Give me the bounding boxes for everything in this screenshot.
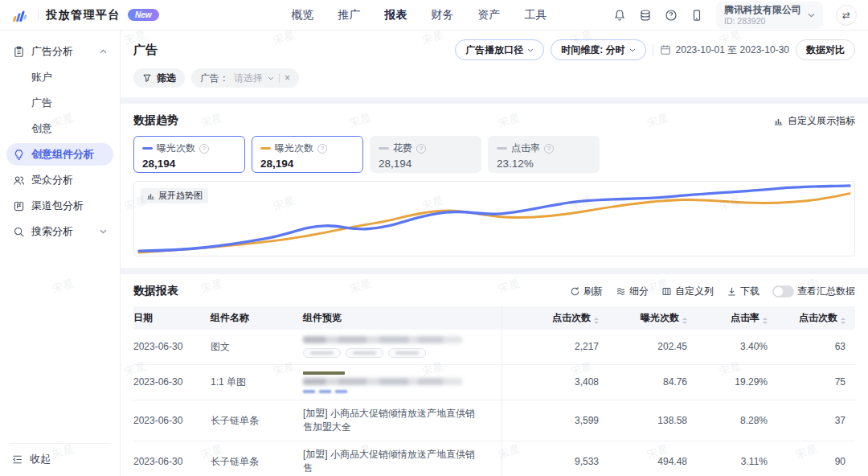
sidebar-item-label: 广告分析 — [31, 44, 73, 59]
nav-promotion[interactable]: 推广 — [338, 8, 361, 23]
remove-filter-icon[interactable]: × — [285, 72, 290, 84]
sort-icon[interactable] — [841, 318, 845, 324]
cell-component-name: 长子链单条 — [211, 400, 303, 441]
col-ctr[interactable]: 点击率 — [687, 306, 768, 330]
brand: 投放管理平台 New — [11, 8, 159, 23]
filter-icon — [142, 73, 152, 83]
sort-icon[interactable] — [763, 318, 768, 324]
download-icon — [727, 286, 737, 297]
data-compare-button[interactable]: 数据对比 — [796, 39, 855, 60]
sidebar-item-creative-component[interactable]: 创意组件分析 — [6, 143, 113, 166]
nav-assets[interactable]: 资产 — [478, 8, 501, 23]
filter-button[interactable]: 筛选 — [133, 68, 185, 88]
metric-cards: 曝光次数 ? 28,194 曝光次数 ? 28,194 — [133, 136, 855, 173]
sidebar-item-label: 创意组件分析 — [31, 147, 94, 162]
sidebar-item-search-analysis[interactable]: 搜索分析 — [6, 220, 113, 243]
database-icon[interactable] — [639, 9, 652, 22]
play-caliber-dropdown[interactable]: 广告播放口径 — [455, 39, 544, 60]
cell-exposure: 138.58 — [599, 400, 687, 441]
time-dimension-dropdown[interactable]: 时间维度: 分时 — [551, 39, 645, 60]
cell-exposure: 202.45 — [599, 330, 687, 365]
info-icon[interactable]: ? — [416, 144, 426, 154]
metric-value: 23.12% — [497, 158, 591, 170]
mobile-icon[interactable] — [690, 9, 703, 22]
sidebar-item-ad[interactable]: 广告 — [6, 92, 113, 114]
metric-card-cost[interactable]: 花费 ? 28,194 — [370, 136, 481, 173]
nav-finance[interactable]: 财务 — [432, 8, 454, 23]
cell-component-preview — [303, 365, 502, 400]
report-title: 数据报表 — [133, 284, 178, 298]
collapse-sidebar-button[interactable]: 收起 — [10, 443, 110, 476]
cell-clicks: 3,599 — [502, 400, 599, 441]
series-line-orange — [139, 194, 850, 252]
nav-overview[interactable]: 概览 — [292, 8, 314, 23]
info-icon[interactable]: ? — [317, 144, 327, 154]
series-dash-gray — [497, 147, 507, 150]
cell-exposure: 494.48 — [599, 441, 687, 476]
refresh-button[interactable]: 刷新 — [570, 285, 603, 298]
cell-ctr: 19.29% — [687, 365, 768, 400]
ad-filter-chip[interactable]: 广告： 请选择 × — [191, 68, 299, 88]
series-dash-orange — [260, 147, 271, 150]
cell-clicks: 9,533 — [502, 441, 599, 476]
top-navigation: 概览 推广 报表 财务 资产 工具 — [292, 8, 547, 23]
customize-metrics-button[interactable]: 自定义展示指标 — [773, 114, 855, 128]
sidebar-item-creative[interactable]: 创意 — [6, 117, 113, 140]
metric-value: 28,194 — [260, 158, 354, 170]
summary-toggle[interactable] — [772, 285, 794, 298]
cell-ctr: 3.40% — [687, 330, 768, 365]
metric-card-ctr[interactable]: 点击率 ? 23.12% — [488, 136, 600, 173]
bulb-icon — [13, 149, 25, 161]
sort-icon[interactable] — [682, 318, 687, 324]
info-icon[interactable]: ? — [544, 144, 554, 154]
table-row[interactable]: 2023-06-30 长子链单条 [加盟] 小商品大促销倾情放送产地直供销售加盟… — [133, 400, 855, 441]
segment-button[interactable]: 细分 — [616, 285, 649, 298]
cell-clicks-2: 37 — [768, 400, 855, 441]
metric-card-exposure-orange[interactable]: 曝光次数 ? 28,194 — [252, 136, 363, 173]
calendar-icon — [660, 44, 671, 55]
expand-trend-button[interactable]: 展开趋势图 — [141, 188, 208, 203]
sort-icon[interactable] — [594, 318, 599, 324]
chevron-down-icon — [100, 229, 107, 234]
col-date: 日期 — [133, 306, 211, 330]
search-icon — [13, 226, 25, 238]
flag-icon — [13, 200, 25, 212]
col-clicks[interactable]: 点击次数 — [502, 306, 599, 330]
switch-account-button[interactable]: ⇄ — [836, 5, 857, 26]
custom-columns-button[interactable]: 自定义列 — [661, 285, 714, 298]
metric-label: 曝光次数 — [275, 142, 313, 155]
summary-toggle-group: 查看汇总数据 — [772, 285, 855, 298]
cell-component-name: 长子链单条 — [211, 441, 303, 476]
col-component-preview: 组件预览 — [303, 306, 502, 330]
trend-lines — [134, 182, 854, 256]
table-row[interactable]: 2023-06-30 长子链单条 [加盟] 小商品大促销倾情放送产地直供销售 9… — [133, 441, 855, 476]
sidebar-item-label: 广告 — [31, 96, 52, 110]
info-icon[interactable]: ? — [199, 144, 209, 154]
ad-filter-label: 广告： — [200, 72, 229, 85]
download-button[interactable]: 下载 — [727, 285, 760, 298]
cell-component-name: 图文 — [211, 330, 303, 365]
sidebar-item-audience[interactable]: 受众分析 — [6, 169, 113, 191]
metric-label: 点击率 — [511, 142, 540, 155]
bell-icon[interactable] — [613, 9, 626, 22]
sidebar-item-account[interactable]: 账户 — [6, 66, 113, 88]
col-clicks-2[interactable]: 点击次数 — [768, 306, 855, 330]
date-range-picker[interactable]: 2023-10-01 至 2023-10-30 — [660, 43, 789, 57]
report-table: 日期 组件名称 组件预览 点击次数 曝光次数 点击率 点击次数 2023-06-… — [133, 306, 855, 476]
table-row[interactable]: 2023-06-30 图文 2,217 202.45 3.40% 63 — [133, 330, 855, 365]
col-exposure[interactable]: 曝光次数 — [599, 306, 687, 330]
sidebar-item-ad-analysis[interactable]: 广告分析 — [6, 40, 113, 63]
help-icon[interactable] — [665, 9, 678, 22]
nav-report[interactable]: 报表 — [385, 8, 407, 23]
nav-tools[interactable]: 工具 — [525, 8, 547, 23]
account-selector[interactable]: 腾讯科技有限公司 ID: 283920 — [716, 2, 823, 29]
app-root: 宋星宋星宋星宋星宋星宋星宋星宋星宋星宋星宋星宋星宋星宋星宋星宋星宋星宋星宋星宋星… — [0, 0, 868, 476]
sidebar-item-label: 账户 — [31, 70, 52, 84]
cell-clicks-2: 63 — [768, 330, 855, 365]
date-range-text: 2023-10-01 至 2023-10-30 — [676, 43, 789, 57]
table-row[interactable]: 2023-06-30 1:1 单图 3,408 84.76 19.29% 75 — [133, 365, 855, 400]
clipboard-icon — [13, 46, 25, 58]
account-info: 腾讯科技有限公司 ID: 283920 — [724, 5, 801, 26]
sidebar-item-channel-pack[interactable]: 渠道包分析 — [6, 195, 113, 217]
metric-card-exposure-blue[interactable]: 曝光次数 ? 28,194 — [133, 136, 245, 173]
